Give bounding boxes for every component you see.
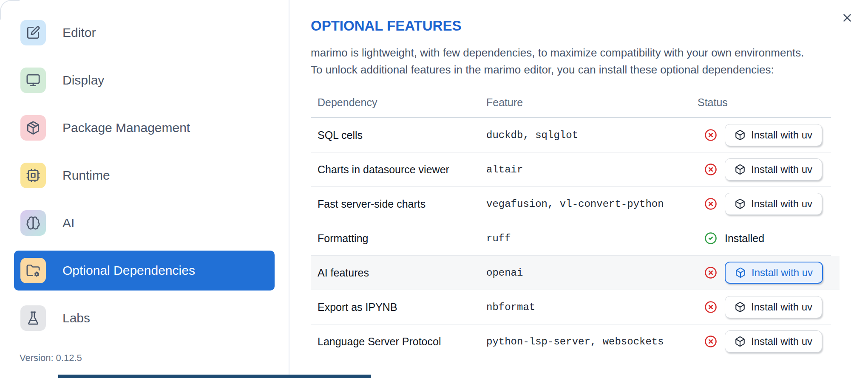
column-header-dependency: Dependency [311, 96, 486, 109]
status-cell: Installed [698, 232, 831, 245]
feature-cell: altair [486, 164, 698, 175]
sidebar-item-editor[interactable]: Editor [14, 13, 275, 53]
sidebar-item-runtime[interactable]: Runtime [14, 155, 275, 195]
brain-icon [20, 210, 46, 236]
page-title: OPTIONAL FEATURES [311, 18, 868, 34]
install-with-uv-button[interactable]: Install with uv [725, 158, 822, 181]
circle-x-icon [704, 335, 717, 348]
monitor-icon [20, 68, 46, 93]
install-with-uv-button[interactable]: Install with uv [725, 296, 822, 318]
feature-cell: duckdb, sqlglot [486, 130, 698, 141]
table-row: Formatting ruff Installed [311, 221, 831, 256]
sidebar: Editor Display Package Management Runtim… [0, 0, 289, 378]
dependency-cell: AI features [311, 267, 486, 279]
sidebar-item-optional-dependencies[interactable]: Optional Dependencies [14, 251, 275, 291]
box-icon [735, 164, 746, 175]
dependencies-table: Dependency Feature Status SQL cells duck… [311, 87, 831, 358]
table-row: Charts in datasource viewer altair Insta… [311, 152, 831, 187]
dependency-cell: Charts in datasource viewer [311, 164, 486, 176]
optional-features-panel: OPTIONAL FEATURES marimo is lightweight,… [289, 0, 868, 378]
table-row: Language Server Protocol python-lsp-serv… [311, 324, 831, 358]
status-cell: Install with uv [698, 193, 831, 215]
dependency-cell: Export as IPYNB [311, 301, 486, 313]
table-row: Fast server-side charts vegafusion, vl-c… [311, 187, 831, 221]
status-cell: Install with uv [698, 124, 831, 146]
sidebar-nav: Editor Display Package Management Runtim… [0, 0, 289, 338]
sidebar-item-ai[interactable]: AI [14, 203, 275, 243]
description-line: To unlock additional features in the mar… [311, 63, 774, 76]
circle-x-icon [704, 129, 717, 141]
table-header-row: Dependency Feature Status [311, 87, 831, 118]
box-icon [735, 267, 746, 278]
table-body: SQL cells duckdb, sqlglot Install with u… [311, 118, 831, 358]
circle-x-icon [704, 266, 717, 279]
install-with-uv-button[interactable]: Install with uv [725, 330, 822, 353]
dependency-cell: Formatting [311, 232, 486, 245]
circle-check-icon [704, 232, 717, 245]
dependency-cell: SQL cells [311, 129, 486, 141]
circle-x-icon [704, 197, 717, 210]
dependency-cell: Fast server-side charts [311, 198, 486, 210]
status-cell: Install with uv [698, 296, 831, 318]
column-header-status: Status [698, 96, 831, 109]
box-icon [735, 130, 746, 141]
install-with-uv-button[interactable]: Install with uv [725, 124, 822, 146]
sidebar-item-labs[interactable]: Labs [14, 298, 275, 338]
status-cell: Install with uv [698, 330, 831, 353]
x-icon [841, 11, 854, 24]
settings-dialog: Editor Display Package Management Runtim… [0, 0, 868, 378]
sidebar-item-package-management[interactable]: Package Management [14, 108, 275, 148]
circle-x-icon [704, 301, 717, 313]
feature-cell: openai [486, 267, 698, 279]
status-cell: Install with uv [698, 262, 840, 284]
flask-icon [20, 305, 46, 331]
box-icon [735, 336, 746, 347]
box-icon [735, 198, 746, 209]
panel-description: marimo is lightweight, with few dependen… [311, 44, 868, 78]
sidebar-item-display[interactable]: Display [14, 60, 275, 100]
circle-x-icon [704, 163, 717, 176]
feature-cell: ruff [486, 233, 698, 244]
table-row: Export as IPYNB nbformat Install with uv [311, 290, 831, 324]
installed-status-label: Installed [725, 232, 764, 245]
feature-cell: vegafusion, vl-convert-python [486, 198, 698, 210]
feature-cell: nbformat [486, 302, 698, 313]
edit-icon [20, 20, 46, 45]
dependency-cell: Language Server Protocol [311, 336, 486, 348]
version-label: Version: 0.12.5 [20, 353, 82, 364]
table-row: SQL cells duckdb, sqlglot Install with u… [311, 118, 831, 152]
background-app-strip [58, 375, 371, 378]
table-row: AI features openai Install with uv [311, 256, 840, 290]
install-with-uv-button[interactable]: Install with uv [725, 193, 822, 215]
description-line: marimo is lightweight, with few dependen… [311, 46, 804, 59]
close-button[interactable] [840, 11, 854, 25]
box-icon [735, 302, 746, 313]
install-with-uv-button[interactable]: Install with uv [725, 262, 823, 284]
feature-cell: python-lsp-server, websockets [486, 336, 698, 347]
folder-cog-icon [20, 258, 46, 283]
cpu-icon [20, 163, 46, 188]
status-cell: Install with uv [698, 158, 831, 181]
column-header-feature: Feature [486, 96, 698, 109]
package-icon [20, 115, 46, 141]
